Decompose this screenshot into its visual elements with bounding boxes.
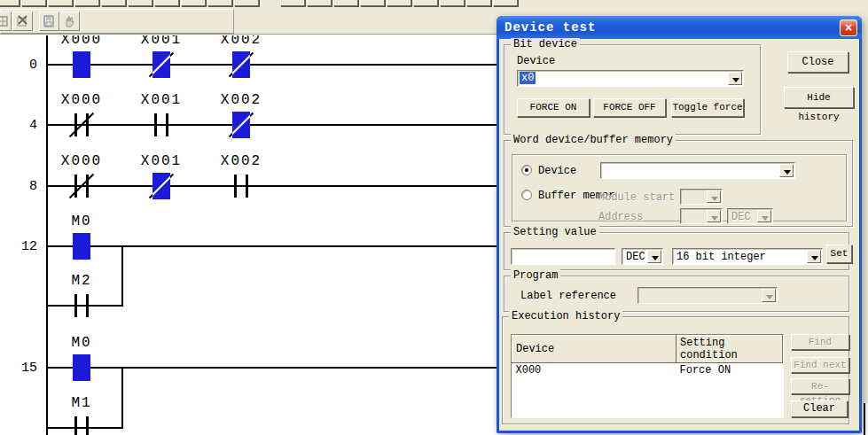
- chevron-down-icon[interactable]: [728, 72, 742, 85]
- label-reference-combo: [637, 287, 778, 304]
- toolbar-mini-button[interactable]: [360, 0, 385, 6]
- rung-number: 15: [7, 361, 37, 376]
- contact-m0-no-on[interactable]: M0: [66, 348, 98, 387]
- column-header-device[interactable]: Device: [512, 336, 676, 363]
- dialog-body: Bit device Device x0 FORCE ON FORCE OFF …: [499, 39, 859, 431]
- device-label: Device: [517, 55, 555, 67]
- program-legend: Program: [511, 269, 560, 282]
- close-icon[interactable]: ×: [840, 19, 857, 36]
- chevron-down-icon: [757, 210, 771, 222]
- toolbar-mini-button[interactable]: [387, 0, 411, 6]
- toolbar-mini-button[interactable]: [154, 0, 179, 6]
- execution-history-legend: Execution history: [509, 310, 622, 322]
- toolbar-mini-button[interactable]: [280, 0, 305, 6]
- find-next-button: Find next: [791, 357, 849, 373]
- dialog-titlebar[interactable]: Device test ×: [497, 16, 862, 39]
- chevron-down-icon: [707, 210, 721, 222]
- hide-history-button[interactable]: Hide history: [784, 87, 854, 108]
- toolbar-divider: [0, 34, 497, 35]
- contact-m1-no-off[interactable]: M1: [66, 408, 98, 435]
- chevron-down-icon[interactable]: [647, 250, 661, 263]
- word-device-combo[interactable]: [600, 162, 795, 179]
- toolbar-mini-button[interactable]: [128, 0, 152, 6]
- contact-x000-no-on[interactable]: X000: [66, 45, 98, 84]
- setting-size-combo[interactable]: 16 bit integer: [672, 248, 823, 265]
- clear-button[interactable]: Clear: [791, 400, 848, 417]
- setting-value-input[interactable]: [511, 248, 615, 265]
- bit-device-combo[interactable]: x0: [517, 70, 744, 87]
- rung-number: 4: [7, 118, 37, 133]
- contact-label: M0: [71, 335, 91, 351]
- contact-label: X001: [141, 92, 182, 108]
- setting-value-legend: Setting value: [511, 226, 599, 238]
- setting-size-value: 16 bit integer: [676, 251, 766, 263]
- branch-connector: [121, 246, 123, 307]
- monitor-toolbar: [0, 9, 234, 34]
- contact-label: X000: [61, 92, 102, 108]
- find-button: Find: [791, 334, 849, 350]
- toolbar-mini-button[interactable]: [413, 0, 438, 6]
- execution-history-group: Execution history Device Setting conditi…: [502, 316, 849, 424]
- rung-number: 12: [7, 239, 37, 254]
- address-format-value: DEC: [731, 211, 751, 223]
- toolbar-mini-button[interactable]: [48, 0, 73, 6]
- contact-x002-nc-on[interactable]: X002: [225, 45, 257, 84]
- scroll-gutter[interactable]: [862, 35, 868, 403]
- set-button[interactable]: Set: [826, 245, 852, 263]
- contact-x002-no-off[interactable]: X002: [225, 167, 257, 206]
- left-power-rail: [46, 35, 48, 435]
- save-monitor-icon[interactable]: [39, 12, 59, 31]
- column-header-setting-condition[interactable]: Setting condition: [676, 336, 783, 363]
- toolbar-mini-button[interactable]: [0, 0, 20, 6]
- toolbar-mini-button[interactable]: [333, 0, 358, 6]
- chevron-down-icon[interactable]: [807, 250, 821, 263]
- toolbar-mini-button[interactable]: [21, 0, 46, 6]
- ladder-symbol-toolbar: [0, 0, 532, 7]
- delete-grid-icon[interactable]: [12, 12, 33, 31]
- close-button[interactable]: Close: [787, 51, 848, 73]
- hand-icon[interactable]: [59, 12, 80, 31]
- history-device-cell: X000: [512, 363, 676, 378]
- contact-x001-nc-on[interactable]: X001: [145, 45, 177, 84]
- chevron-down-icon[interactable]: [779, 164, 794, 177]
- toolbar-mini-button[interactable]: [466, 0, 491, 6]
- toolbar-mini-button[interactable]: [307, 0, 332, 6]
- setting-format-combo[interactable]: DEC: [622, 248, 663, 265]
- contact-m2-no-off[interactable]: M2: [66, 286, 98, 325]
- execution-history-table[interactable]: Device Setting condition X000 Force ON: [511, 334, 784, 418]
- branch-connector: [121, 368, 123, 429]
- contact-m0-no-on[interactable]: M0: [66, 227, 98, 266]
- contact-x002-nc-on[interactable]: X002: [225, 105, 257, 144]
- word-device-panel: Device Buffer memor Module start Address: [512, 154, 847, 221]
- contact-x000-nc-off[interactable]: X000: [66, 105, 98, 144]
- dialog-title: Device test: [504, 20, 596, 35]
- contact-label: M2: [71, 273, 91, 289]
- force-off-button[interactable]: FORCE OFF: [593, 98, 666, 117]
- contact-x001-no-off[interactable]: X001: [145, 105, 177, 144]
- program-group: Program Label reference: [504, 276, 849, 312]
- toolbar-mini-button[interactable]: [101, 0, 126, 6]
- toolbar-mini-button[interactable]: [74, 0, 99, 6]
- buffer-memory-radio[interactable]: [521, 190, 532, 200]
- module-start-label: Module start: [598, 191, 675, 204]
- toolbar-mini-button[interactable]: [493, 0, 518, 6]
- toolbar-mini-button[interactable]: [440, 0, 465, 6]
- device-radio[interactable]: [521, 165, 532, 175]
- toolbar-mini-button[interactable]: [234, 0, 259, 6]
- address-format-combo: DEC: [727, 208, 773, 224]
- device-test-dialog: Device test × Bit device Device x0 FORCE…: [497, 16, 862, 433]
- force-on-button[interactable]: FORCE ON: [517, 98, 590, 117]
- word-device-legend: Word device/buffer memory: [511, 134, 676, 146]
- toolbar-mini-button[interactable]: [181, 0, 206, 6]
- module-start-combo: [680, 189, 723, 205]
- gx-developer-window: 0 X000 X001 X002 4 X000: [0, 0, 868, 435]
- contact-x000-nc-off[interactable]: X000: [66, 167, 98, 206]
- grid-icon[interactable]: [0, 12, 12, 31]
- toolbar-mini-button[interactable]: [207, 0, 232, 6]
- toggle-force-button[interactable]: Toggle force: [671, 98, 744, 117]
- address-combo: [680, 208, 723, 224]
- word-device-group: Word device/buffer memory Device Buffer …: [504, 140, 853, 227]
- table-row[interactable]: X000 Force ON: [512, 363, 783, 378]
- rung-number: 8: [7, 179, 37, 194]
- contact-x001-nc-on[interactable]: X001: [145, 167, 177, 206]
